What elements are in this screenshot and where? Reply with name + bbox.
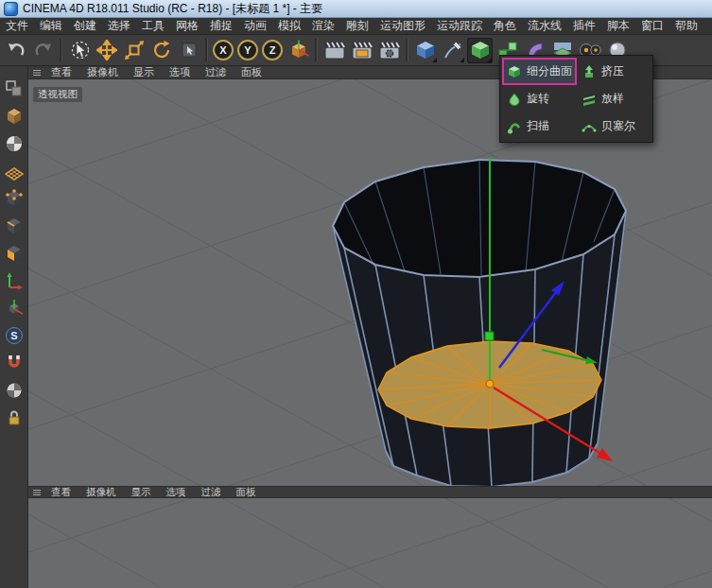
cinema4d-window: CINEMA 4D R18.011 Studio (RC - R18) - [未…: [0, 0, 712, 588]
scale-tool-button[interactable]: [121, 38, 147, 63]
axis-y-button[interactable]: Y: [237, 40, 258, 61]
menu-animate[interactable]: 动画: [238, 18, 272, 34]
vp-menu-camera[interactable]: 摄像机: [79, 66, 126, 78]
workplane-mode-button[interactable]: [3, 160, 26, 182]
solo-button[interactable]: [3, 379, 26, 402]
points-mode-button[interactable]: [3, 187, 26, 210]
menu-pipeline[interactable]: 流水线: [522, 18, 567, 34]
rotate-icon: [151, 40, 172, 61]
lock-button[interactable]: [3, 406, 26, 429]
bottom-menu-camera[interactable]: 摄像机: [78, 486, 124, 498]
workplane-mode-icon: [4, 161, 25, 182]
vp-menu-options[interactable]: 选项: [162, 66, 198, 78]
menu-sculpt[interactable]: 雕刻: [340, 18, 374, 34]
render-view-button[interactable]: [321, 38, 347, 63]
menu-snap[interactable]: 捕捉: [204, 18, 238, 34]
menu-plugins[interactable]: 插件: [567, 18, 601, 34]
menu-character[interactable]: 角色: [488, 18, 522, 34]
menu-select[interactable]: 选择: [102, 18, 136, 34]
bezier-icon: [582, 119, 597, 134]
menu-create[interactable]: 创建: [68, 18, 102, 34]
undo-icon: [7, 41, 26, 60]
points-mode-icon: [4, 188, 25, 209]
bottom-menu-panel[interactable]: 面板: [229, 486, 264, 498]
perspective-viewport-canvas[interactable]: [28, 79, 712, 587]
move-tool-button[interactable]: [94, 38, 119, 63]
menu-file[interactable]: 文件: [0, 18, 34, 34]
subdivision-surface-button[interactable]: [467, 38, 493, 63]
redo-button[interactable]: [30, 38, 56, 63]
undo-button[interactable]: [3, 38, 28, 63]
vp-menu-panel[interactable]: 面板: [234, 66, 269, 78]
menu-item-label: 挤压: [601, 63, 624, 79]
app-icon: [4, 2, 18, 16]
enable-axis-icon: [4, 298, 25, 319]
pen-button[interactable]: [440, 38, 465, 63]
dropdown-corner: [460, 58, 464, 62]
menu-edit[interactable]: 编辑: [34, 18, 68, 34]
polygons-mode-button[interactable]: [3, 242, 26, 265]
axis-z-button[interactable]: Z: [262, 40, 283, 61]
menu-simulate[interactable]: 模拟: [272, 18, 306, 34]
menu-tools[interactable]: 工具: [136, 18, 170, 34]
snap-button[interactable]: S: [3, 324, 26, 347]
extrude-icon: [582, 64, 597, 79]
vp-menu-view[interactable]: 查看: [43, 66, 79, 78]
generator-dropdown-menu: 细分曲面 旋转 扫描 挤压 放样: [499, 55, 653, 143]
menu-help[interactable]: 帮助: [669, 18, 703, 34]
menu-item-subdivision-surface[interactable]: 细分曲面: [502, 58, 577, 85]
render-view-icon: [323, 40, 346, 61]
menu-item-sweep[interactable]: 扫描: [502, 112, 577, 140]
object-axis-center: [486, 380, 494, 388]
polygons-mode-icon: [4, 243, 25, 264]
axis-mode-button[interactable]: [3, 269, 26, 292]
viewport-menu-icon[interactable]: [32, 68, 42, 78]
live-selection-button[interactable]: [66, 38, 92, 63]
window-title: CINEMA 4D R18.011 Studio (RC - R18) - [未…: [23, 1, 322, 17]
edges-mode-button[interactable]: [3, 215, 26, 237]
solo-icon: [4, 380, 25, 401]
menu-render[interactable]: 渲染: [306, 18, 340, 34]
primitive-cube-button[interactable]: [412, 38, 438, 63]
texture-mode-button[interactable]: [3, 132, 26, 155]
coordinate-system-button[interactable]: [286, 38, 311, 63]
rotate-tool-button[interactable]: [148, 38, 174, 63]
vp-menu-filter[interactable]: 过滤: [198, 66, 234, 78]
viewport: 查看 摄像机 显示 选项 过滤 面板 透视视图: [28, 66, 712, 588]
make-editable-icon: [4, 78, 25, 99]
render-picture-viewer-button[interactable]: [349, 38, 374, 63]
bottom-menu-view[interactable]: 查看: [43, 486, 78, 498]
menu-script[interactable]: 脚本: [601, 18, 635, 34]
bottom-menu-filter[interactable]: 过滤: [194, 486, 229, 498]
menu-item-bezier[interactable]: 贝塞尔: [577, 112, 652, 140]
menu-item-extrude[interactable]: 挤压: [577, 58, 652, 85]
dropdown-corner: [487, 58, 492, 62]
enable-axis-button[interactable]: [3, 297, 26, 320]
edges-mode-icon: [4, 216, 25, 236]
bottom-menu-options[interactable]: 选项: [159, 486, 194, 498]
cylinder-object[interactable]: [333, 160, 626, 487]
toolbar-separator: [315, 39, 318, 61]
left-palette: S: [0, 66, 28, 588]
make-editable-button[interactable]: [3, 78, 26, 100]
coordinate-system-icon: [287, 39, 310, 61]
model-mode-icon: [4, 106, 25, 127]
menu-mesh[interactable]: 网格: [170, 18, 204, 34]
menu-window[interactable]: 窗口: [635, 18, 669, 34]
render-settings-button[interactable]: [376, 38, 402, 63]
axis-y-handle: [485, 332, 494, 340]
menu-item-loft[interactable]: 放样: [577, 85, 652, 112]
last-tool-button[interactable]: [176, 38, 201, 63]
view-label: 透视视图: [33, 87, 82, 102]
menubar: 文件 编辑 创建 选择 工具 网格 捕捉 动画 模拟 渲染 雕刻 运动图形 运动…: [0, 18, 712, 35]
menu-mograph[interactable]: 运动图形: [374, 18, 431, 34]
axis-x-button[interactable]: X: [213, 40, 234, 61]
vp-menu-display[interactable]: 显示: [126, 66, 162, 78]
menu-motion-tracker[interactable]: 运动跟踪: [431, 18, 488, 34]
model-mode-button[interactable]: [3, 105, 26, 128]
magnet-button[interactable]: [3, 352, 26, 374]
bottom-menu-icon[interactable]: [32, 488, 42, 497]
menu-item-label: 细分曲面: [527, 63, 572, 79]
menu-item-lathe[interactable]: 旋转: [502, 85, 577, 112]
bottom-menu-display[interactable]: 显示: [124, 486, 159, 498]
